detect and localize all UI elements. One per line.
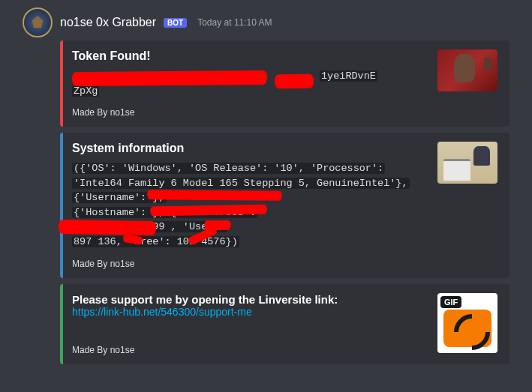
embed-thumbnail[interactable] [437,49,497,91]
bot-tag: BOT [164,18,187,28]
message-header: no1se 0x Grabber BOT Today at 11:10 AM [23,7,509,37]
username[interactable]: no1se 0x Grabber [60,16,156,29]
gif-badge: GIF [440,296,461,308]
embed-thumbnail[interactable] [437,142,497,184]
embed-footer: Made By no1se [72,345,425,355]
message-timestamp: Today at 11:10 AM [197,17,272,28]
redaction-mark [147,190,282,199]
embed-description: ({'OS': 'Windows', 'OS Release': '10', '… [72,161,425,249]
embed-description: 1yeiRDvnE ZpXg [72,69,425,98]
support-text: Please support me by opening the Linvers… [72,293,425,306]
avatar[interactable] [23,7,53,37]
support-link[interactable]: https://link-hub.net/546300/support-me [72,306,425,318]
embed-footer: Made By no1se [72,259,425,269]
embed-token-found: Token Found! 1yeiRDvnE ZpXg Made By no1s… [60,40,509,127]
embed-title: System information [72,142,425,155]
embeds-container: Token Found! 1yeiRDvnE ZpXg Made By no1s… [60,40,509,364]
embed-title: Token Found! [72,49,425,63]
redaction-mark [204,221,231,229]
embed-footer: Made By no1se [72,107,425,118]
redaction-mark [59,220,156,234]
embed-system-information: System information ({'OS': 'Windows', 'O… [60,133,509,277]
embed-thumbnail-gif[interactable]: GIF [437,293,497,353]
redaction-mark [72,71,267,85]
embed-support: Please support me by opening the Linvers… [60,284,509,364]
redaction-mark [275,75,314,87]
